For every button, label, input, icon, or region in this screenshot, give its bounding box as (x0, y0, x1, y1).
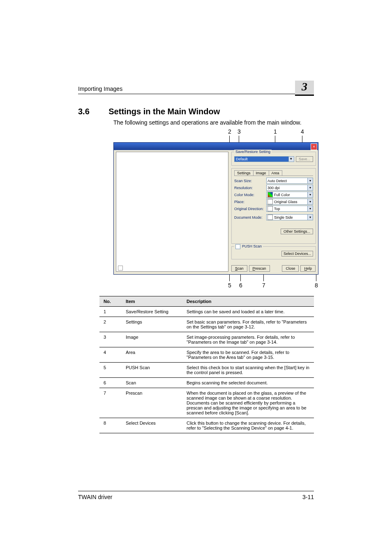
cell-no: 7 (99, 388, 122, 418)
chevron-down-icon[interactable]: ▾ (307, 192, 313, 197)
color-mode-value: Full Color (274, 193, 290, 197)
table-row: 2SettingsSet basic scan parameters. For … (99, 317, 314, 332)
running-head: Importing Images (78, 86, 314, 94)
color-mode-dropdown[interactable]: Full Color▾ (266, 192, 313, 198)
intro-text: The following settings and operations ar… (113, 119, 302, 126)
save-restore-combo[interactable]: Default ▾ (234, 156, 294, 162)
preview-status-icon (118, 266, 123, 271)
orig-dir-label: Original Direction: (234, 207, 266, 211)
close-icon[interactable]: × (311, 143, 317, 150)
scan-button[interactable]: Scan (231, 265, 247, 272)
table-row: 3ImageSet image-processing parameters. F… (99, 332, 314, 347)
tab-image[interactable]: Image (253, 170, 269, 176)
settings-group: Settings Image Area Scan Size:Auto Detec… (231, 168, 316, 244)
resolution-label: Resolution: (234, 186, 266, 190)
cell-no: 8 (99, 418, 122, 433)
cell-desc: Specify the area to be scanned. For deta… (182, 347, 314, 363)
chevron-down-icon[interactable]: ▾ (307, 199, 313, 204)
place-value: Original Glass (274, 200, 297, 204)
doc-mode-value: Single Side (274, 215, 293, 220)
save-button: Save... (296, 156, 313, 162)
callout-5: 5 (228, 282, 231, 289)
help-button[interactable]: Help (300, 265, 316, 272)
save-restore-group: Save/Restore Setting Default ▾ Save... (231, 152, 316, 166)
cell-item: Area (122, 347, 182, 363)
doc-mode-dropdown[interactable]: Single Side▾ (266, 214, 313, 220)
orig-dir-dropdown[interactable]: Top▾ (266, 206, 313, 212)
preview-pane (116, 152, 228, 272)
save-restore-legend: Save/Restore Setting (234, 150, 272, 154)
scan-size-value: Auto Detect (267, 179, 287, 183)
other-settings-button[interactable]: Other Settings... (281, 229, 313, 234)
callout-8: 8 (315, 282, 318, 289)
section-title: Settings in the Main Window (108, 107, 220, 116)
close-button[interactable]: Close (282, 265, 299, 272)
cell-item: PUSH Scan (122, 363, 182, 378)
callouts-bottom: 5 6 7 8 (113, 275, 318, 289)
palette-icon (267, 192, 273, 197)
resolution-value: 300 dpi (267, 186, 280, 190)
cell-no: 4 (99, 347, 122, 363)
title-bar: × (114, 143, 318, 150)
tab-settings[interactable]: Settings (234, 170, 254, 176)
cell-item: Settings (122, 317, 182, 332)
cell-item: Save/Restore Setting (122, 307, 182, 317)
cell-no: 6 (99, 378, 122, 388)
save-restore-value: Default (234, 156, 289, 162)
cell-item: Prescan (122, 388, 182, 418)
cell-desc: Click this button to change the scanning… (182, 418, 314, 433)
footer-left: TWAIN driver (78, 494, 112, 500)
push-scan-checkbox[interactable] (235, 244, 240, 249)
select-devices-button[interactable]: Select Devices... (281, 251, 313, 257)
orig-dir-value: Top (274, 207, 280, 211)
chevron-down-icon[interactable]: ▾ (307, 206, 313, 211)
table-row: 8Select DevicesClick this button to chan… (99, 418, 314, 433)
tab-area[interactable]: Area (269, 170, 282, 176)
cell-no: 5 (99, 363, 122, 378)
table-row: 7PrescanWhen the document is placed on t… (99, 388, 314, 418)
orientation-icon (267, 206, 273, 211)
callout-2: 2 (228, 128, 231, 135)
dialog-window: × Save/Restore Setting Default ▾ Save... (113, 142, 318, 275)
page-icon (267, 215, 273, 220)
cell-desc: Select this check box to start scanning … (182, 363, 314, 378)
table-row: 5PUSH ScanSelect this check box to start… (99, 363, 314, 378)
chevron-down-icon[interactable]: ▾ (307, 185, 313, 190)
cell-item: Image (122, 332, 182, 347)
doc-mode-label: Document Mode: (234, 215, 266, 220)
col-desc: Description (182, 296, 314, 307)
cell-desc: Settings can be saved and loaded at a la… (182, 307, 314, 317)
table-row: 6ScanBegins scanning the selected docume… (99, 378, 314, 388)
resolution-dropdown[interactable]: 300 dpi▾ (266, 185, 313, 191)
section-number: 3.6 (78, 107, 90, 116)
cell-desc: Set image-processing parameters. For det… (182, 332, 314, 347)
glass-icon (267, 199, 273, 204)
push-scan-group: PUSH Scan Select Devices... (231, 246, 316, 259)
callout-1: 1 (274, 128, 277, 135)
chapter-number: 3 (295, 81, 314, 93)
cell-no: 2 (99, 317, 122, 332)
callouts-top: 2 3 1 4 (113, 128, 318, 142)
callout-3: 3 (238, 128, 241, 135)
place-label: Place: (234, 200, 266, 204)
cell-desc: When the document is placed on the glass… (182, 388, 314, 418)
cell-desc: Begins scanning the selected document. (182, 378, 314, 388)
col-no: No. (99, 296, 122, 307)
cell-item: Scan (122, 378, 182, 388)
chapter-number-badge: 3 (295, 81, 314, 96)
chevron-down-icon[interactable]: ▾ (307, 178, 313, 183)
table-row: 1Save/Restore SettingSettings can be sav… (99, 307, 314, 317)
scan-size-dropdown[interactable]: Auto Detect▾ (266, 178, 313, 184)
chevron-down-icon[interactable]: ▾ (289, 156, 294, 162)
color-mode-label: Color Mode: (234, 193, 266, 197)
prescan-button[interactable]: Prescan (249, 265, 270, 272)
place-dropdown[interactable]: Original Glass▾ (266, 199, 313, 205)
chevron-down-icon[interactable]: ▾ (307, 215, 313, 220)
table-row: 4AreaSpecify the area to be scanned. For… (99, 347, 314, 363)
cell-no: 3 (99, 332, 122, 347)
cell-no: 1 (99, 307, 122, 317)
footer-right: 3-11 (302, 494, 314, 500)
scan-size-label: Scan Size: (234, 179, 266, 183)
callout-6: 6 (239, 282, 242, 289)
screenshot-figure: 2 3 1 4 × Save/Restore Setting Default ▾ (113, 128, 318, 289)
